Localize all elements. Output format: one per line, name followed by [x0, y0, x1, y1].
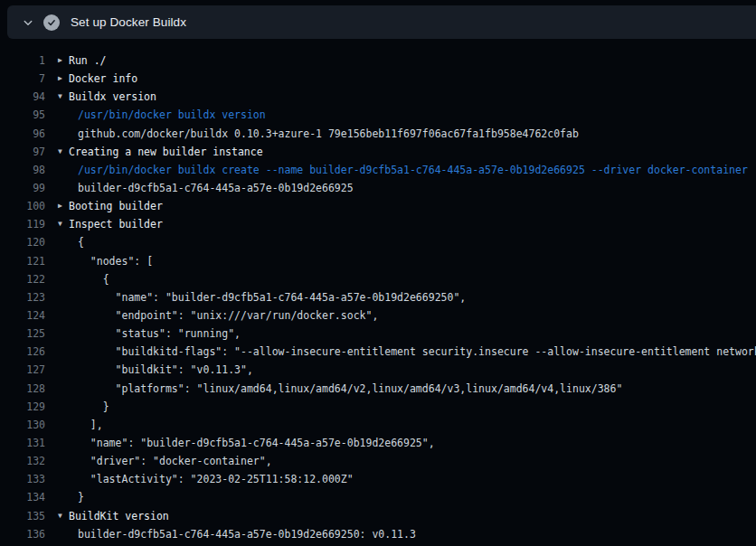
collapse-icon[interactable]: ▼	[58, 88, 69, 106]
group-title: Docker info	[69, 72, 137, 85]
line-number[interactable]: 1	[0, 52, 45, 70]
output-text: "platforms": "linux/amd64,linux/amd64/v2…	[45, 380, 622, 398]
group-title: BuildKit version	[69, 510, 169, 522]
group-title: Creating a new builder instance	[69, 146, 263, 158]
line-number[interactable]: 97	[0, 143, 45, 161]
group-title: Buildx version	[69, 90, 156, 103]
line-number[interactable]: 120	[0, 233, 45, 251]
log-row: 125 "status": "running",	[0, 325, 756, 343]
collapse-icon[interactable]: ▼	[58, 215, 69, 233]
line-number[interactable]: 99	[0, 179, 45, 197]
expand-icon[interactable]: ▶	[58, 197, 69, 215]
expand-icon[interactable]: ▶	[58, 52, 69, 70]
expand-icon[interactable]: ▶	[58, 70, 69, 88]
line-number[interactable]: 131	[0, 434, 45, 452]
log-row: 133 "lastActivity": "2023-02-25T11:58:12…	[0, 470, 756, 488]
line-number[interactable]: 7	[0, 70, 45, 88]
group-title: Booting builder	[69, 200, 163, 212]
line-number[interactable]: 123	[0, 288, 45, 306]
line-number[interactable]: 127	[0, 361, 45, 379]
line-number[interactable]: 96	[0, 125, 45, 143]
output-text: "status": "running",	[45, 325, 241, 343]
output-text: }	[45, 398, 109, 416]
line-number[interactable]: 124	[0, 306, 45, 325]
output-text: "name": "builder-d9cfb5a1-c764-445a-a57e…	[45, 434, 435, 452]
group-title: Run ./	[69, 54, 107, 67]
output-text: {	[45, 233, 84, 251]
output-text: github.com/docker/buildx 0.10.3+azure-1 …	[45, 125, 579, 143]
chevron-down-icon[interactable]	[22, 16, 34, 29]
output-text: "nodes": [	[45, 252, 153, 270]
log-row: 120{	[0, 233, 756, 251]
line-number[interactable]: 129	[0, 398, 45, 416]
log-group-row[interactable]: 135▼BuildKit version	[0, 507, 756, 525]
line-number[interactable]: 95	[0, 106, 45, 124]
check-circle-icon	[43, 14, 60, 31]
command-text: /usr/bin/docker buildx create --name bui…	[45, 161, 748, 179]
log-row: 123 "name": "builder-d9cfb5a1-c764-445a-…	[0, 288, 756, 306]
log-group-row[interactable]: 100▶Booting builder	[0, 197, 756, 215]
log-group-row[interactable]: 97▼Creating a new builder instance	[0, 143, 756, 161]
log-row: 129 }	[0, 398, 756, 416]
log-area: 1▶Run ./7▶Docker info94▼Buildx version95…	[0, 42, 756, 543]
group-title: Inspect builder	[69, 218, 163, 231]
log-row: 131 "name": "builder-d9cfb5a1-c764-445a-…	[0, 434, 756, 452]
line-number[interactable]: 136	[0, 525, 45, 543]
output-text: "driver": "docker-container",	[45, 452, 272, 470]
line-number[interactable]: 126	[0, 343, 45, 361]
line-number[interactable]: 135	[0, 507, 45, 525]
log-row: 134}	[0, 488, 756, 506]
output-text: {	[45, 270, 109, 288]
log-row: 130 ],	[0, 416, 756, 434]
line-number[interactable]: 125	[0, 325, 45, 343]
collapse-icon[interactable]: ▼	[58, 143, 69, 161]
log-row: 132 "driver": "docker-container",	[0, 452, 756, 470]
output-text: "buildkitd-flags": "--allow-insecure-ent…	[45, 343, 756, 361]
line-number[interactable]: 122	[0, 270, 45, 288]
output-text: "endpoint": "unix:///var/run/docker.sock…	[45, 306, 378, 325]
log-row: 98/usr/bin/docker buildx create --name b…	[0, 161, 756, 179]
step-header[interactable]: Set up Docker Buildx	[7, 5, 756, 39]
output-text: "name": "builder-d9cfb5a1-c764-445a-a57e…	[45, 288, 466, 306]
line-number[interactable]: 128	[0, 380, 45, 398]
collapse-icon[interactable]: ▼	[58, 507, 69, 525]
step-title: Set up Docker Buildx	[71, 15, 186, 29]
log-row: 99builder-d9cfb5a1-c764-445a-a57e-0b19d2…	[0, 179, 756, 197]
log-row: 124 "endpoint": "unix:///var/run/docker.…	[0, 306, 756, 325]
line-number[interactable]: 133	[0, 470, 45, 488]
log-row: 127 "buildkit": "v0.11.3",	[0, 361, 756, 379]
output-text: ],	[45, 416, 103, 434]
log-row: 96github.com/docker/buildx 0.10.3+azure-…	[0, 125, 756, 143]
line-number[interactable]: 134	[0, 488, 45, 506]
line-number[interactable]: 94	[0, 88, 45, 106]
command-text: /usr/bin/docker buildx version	[45, 106, 266, 124]
output-text: "buildkit": "v0.11.3",	[45, 361, 253, 379]
output-text: builder-d9cfb5a1-c764-445a-a57e-0b19d2e6…	[45, 525, 416, 543]
output-text: }	[45, 488, 84, 506]
log-row: 95/usr/bin/docker buildx version	[0, 106, 756, 124]
log-group-row[interactable]: 94▼Buildx version	[0, 88, 756, 106]
line-number[interactable]: 100	[0, 197, 45, 215]
log-row: 122 {	[0, 270, 756, 288]
log-row: 136builder-d9cfb5a1-c764-445a-a57e-0b19d…	[0, 525, 756, 543]
output-text: "lastActivity": "2023-02-25T11:58:12.000…	[45, 470, 354, 488]
line-number[interactable]: 132	[0, 452, 45, 470]
line-number[interactable]: 130	[0, 416, 45, 434]
line-number[interactable]: 98	[0, 161, 45, 179]
output-text: builder-d9cfb5a1-c764-445a-a57e-0b19d2e6…	[45, 179, 354, 197]
log-group-row[interactable]: 1▶Run ./	[0, 52, 756, 70]
line-number[interactable]: 121	[0, 252, 45, 270]
line-number[interactable]: 119	[0, 215, 45, 233]
log-group-row[interactable]: 7▶Docker info	[0, 70, 756, 88]
log-row: 128 "platforms": "linux/amd64,linux/amd6…	[0, 380, 756, 398]
log-group-row[interactable]: 119▼Inspect builder	[0, 215, 756, 233]
log-row: 126 "buildkitd-flags": "--allow-insecure…	[0, 343, 756, 361]
log-row: 121 "nodes": [	[0, 252, 756, 270]
